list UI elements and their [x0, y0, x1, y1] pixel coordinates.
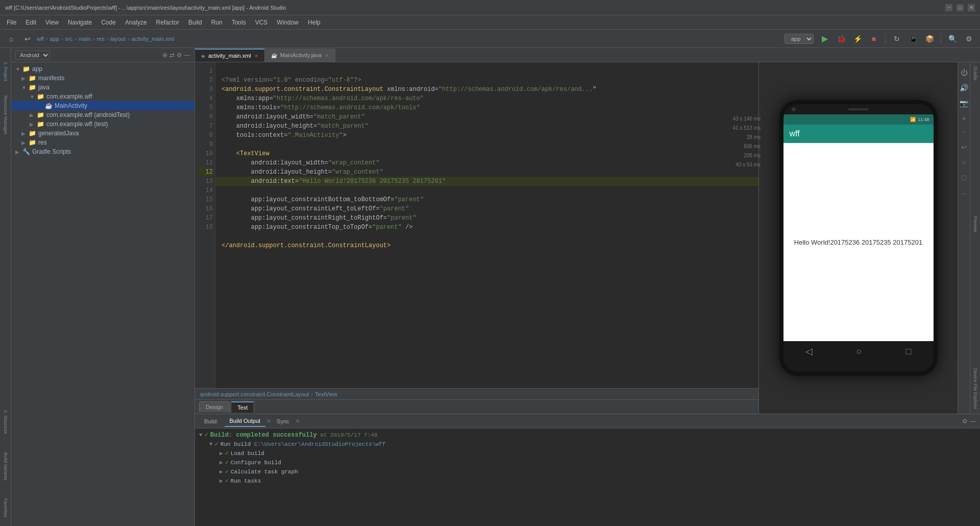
tree-test[interactable]: ▶ 📁 com.example.wff (test): [11, 119, 194, 129]
sync-close[interactable]: ✕: [296, 418, 300, 424]
build-output-tab[interactable]: Build Output: [225, 416, 266, 427]
back-icon[interactable]: ↩: [959, 141, 969, 153]
menu-build[interactable]: Build: [184, 17, 206, 28]
close-button[interactable]: ✕: [968, 4, 975, 11]
menu-analyze[interactable]: Analyze: [121, 17, 151, 28]
avd-button[interactable]: 📱: [906, 32, 920, 46]
menu-file[interactable]: File: [3, 17, 20, 28]
code-editor-area: 1 2 3 4 5 6 7 8 9 10 11 12 13 14: [195, 62, 758, 414]
tab-close-xml[interactable]: ✕: [254, 53, 258, 59]
breadcrumb-textview[interactable]: TextView: [315, 391, 337, 397]
tab-close-java[interactable]: ✕: [325, 53, 329, 58]
build-output-close[interactable]: ✕: [266, 418, 271, 424]
tab-design[interactable]: Design: [199, 401, 230, 412]
tab-activity-main-xml[interactable]: ◈ activity_main.xml ✕: [195, 49, 265, 62]
tree-generated-java[interactable]: ▶ 📁 generatedJava: [11, 129, 194, 138]
attach-button[interactable]: ⚡: [850, 32, 865, 46]
breadcrumb-app[interactable]: app: [50, 36, 59, 42]
breadcrumb-constraint-layout[interactable]: android.support.constraint.ConstraintLay…: [200, 391, 309, 397]
timing-panel: 43 s 146 ms 41 s 513 ms 28 ms 606 ms 206…: [733, 114, 761, 170]
sidebar-structure-tab[interactable]: 2: Structure: [1, 401, 10, 442]
build-collapse-btn[interactable]: —: [970, 418, 976, 425]
sync-tab[interactable]: Sync: [272, 416, 294, 426]
panel-add-btn[interactable]: ⊕: [162, 52, 167, 59]
sidebar-build-variants-tab[interactable]: Build Variants: [1, 443, 10, 489]
volume-icon[interactable]: 🔊: [958, 82, 970, 94]
breadcrumb-layout[interactable]: layout: [110, 36, 125, 42]
menu-navigate[interactable]: Navigate: [64, 17, 96, 28]
phone-home-btn[interactable]: ○: [856, 346, 862, 357]
code-editor[interactable]: 1 2 3 4 5 6 7 8 9 10 11 12 13 14: [195, 62, 758, 388]
run-button[interactable]: ▶: [818, 32, 832, 46]
camera-icon[interactable]: 📷: [958, 97, 970, 109]
menu-tools[interactable]: Tools: [228, 17, 250, 28]
sidebar-favorites-tab[interactable]: Favorites: [1, 490, 10, 526]
breadcrumb-file[interactable]: activity_main.xml: [131, 36, 174, 42]
sidebar-resource-tab[interactable]: Resource Manager: [1, 92, 10, 138]
zoom-in-icon[interactable]: +: [960, 112, 968, 125]
minimize-button[interactable]: ─: [945, 4, 952, 11]
build-panel: Build: Build Output ✕ Sync ✕ ⚙ — ▼ ✓ Bui…: [195, 414, 980, 526]
tree-res[interactable]: ▶ 📁 res: [11, 138, 194, 147]
build-settings-btn[interactable]: ⚙: [962, 418, 968, 425]
sync-button[interactable]: ↻: [890, 32, 904, 46]
breadcrumb-res[interactable]: res: [96, 36, 104, 42]
title-bar: wff [C:\Users\acer\AndroidStudioProjects…: [0, 0, 980, 15]
menu-run[interactable]: Run: [207, 17, 227, 28]
folder-icon: 📁: [29, 84, 36, 91]
circle-icon[interactable]: ○: [960, 156, 968, 169]
sdk-button[interactable]: 📦: [922, 32, 937, 46]
device-file-explorer-label[interactable]: Device File Explorer: [973, 368, 978, 410]
more-icon[interactable]: ···: [959, 187, 969, 199]
zoom-out-icon[interactable]: -: [961, 126, 967, 138]
tree-gradle-scripts[interactable]: ▶ 🔧 Gradle Scripts: [11, 147, 194, 156]
power-icon[interactable]: ⏻: [959, 66, 970, 79]
tree-java[interactable]: ▼ 📁 java: [11, 83, 194, 92]
build-label: Build:: [199, 416, 224, 426]
configure-build-check: ✓: [225, 459, 229, 467]
breadcrumb-wff[interactable]: wff: [37, 36, 44, 42]
menu-window[interactable]: Window: [273, 17, 303, 28]
phone-back-btn[interactable]: ◁: [805, 346, 813, 357]
tab-text[interactable]: Text: [231, 401, 254, 413]
phone-menu-btn[interactable]: □: [906, 346, 912, 357]
menu-help[interactable]: Help: [304, 17, 325, 28]
breadcrumb-src[interactable]: src: [65, 36, 73, 42]
breadcrumb-main[interactable]: main: [79, 36, 91, 42]
square-icon[interactable]: □: [960, 172, 968, 184]
debug-button[interactable]: 🐞: [834, 32, 848, 46]
tree-main-activity[interactable]: ☕ MainActivity: [11, 101, 194, 110]
gradle-label[interactable]: Gradle: [973, 66, 978, 80]
tree-android-test[interactable]: ▶ 📁 com.example.wff (androidTest): [11, 110, 194, 119]
sidebar-project-tab[interactable]: 1: Project: [1, 50, 10, 91]
menu-vcs[interactable]: VCS: [251, 17, 272, 28]
build-content: ▼ ✓ Build: completed successfully at 201…: [195, 428, 980, 526]
tab-main-activity-java[interactable]: ☕ MainActivity.java ✕: [265, 49, 335, 62]
panel-settings-btn[interactable]: ⚙: [177, 52, 182, 59]
android-dropdown[interactable]: Android: [15, 51, 50, 60]
folder-icon: 📁: [29, 130, 36, 137]
panel-collapse-btn[interactable]: —: [184, 52, 190, 59]
tree-com-example-wff[interactable]: ▼ 📁 com.example.wff: [11, 92, 194, 101]
folder-icon: 📁: [37, 121, 44, 128]
build-status-row: ▼ ✓ Build: completed successfully at 201…: [199, 431, 976, 440]
menu-edit[interactable]: Edit: [21, 17, 40, 28]
toolbar-home-btn[interactable]: ⌂: [4, 32, 18, 46]
phone-toolbar: wff: [783, 125, 934, 143]
menu-refactor[interactable]: Refactor: [152, 17, 183, 28]
java-file-icon: ☕: [271, 53, 277, 58]
stop-button[interactable]: ■: [867, 32, 881, 46]
code-content[interactable]: <?xml version="1.0" encoding="utf-8"?> <…: [215, 62, 758, 388]
maximize-button[interactable]: □: [957, 4, 964, 11]
right-panel-icons: ⏻ 🔊 📷 + - ↩ ○ □ ···: [958, 62, 970, 414]
tree-app[interactable]: ▼ 📁 app: [11, 64, 194, 74]
menu-code[interactable]: Code: [97, 17, 120, 28]
panel-sync-btn[interactable]: ⇄: [169, 52, 175, 59]
search-button[interactable]: 🔍: [945, 32, 960, 46]
menu-view[interactable]: View: [41, 17, 63, 28]
preview-label[interactable]: Preview: [973, 216, 978, 232]
toolbar-back-btn[interactable]: ↩: [20, 32, 35, 46]
tree-manifests[interactable]: ▶ 📁 manifests: [11, 74, 194, 83]
app-dropdown[interactable]: app: [785, 34, 814, 44]
settings-button[interactable]: ⚙: [962, 32, 976, 46]
